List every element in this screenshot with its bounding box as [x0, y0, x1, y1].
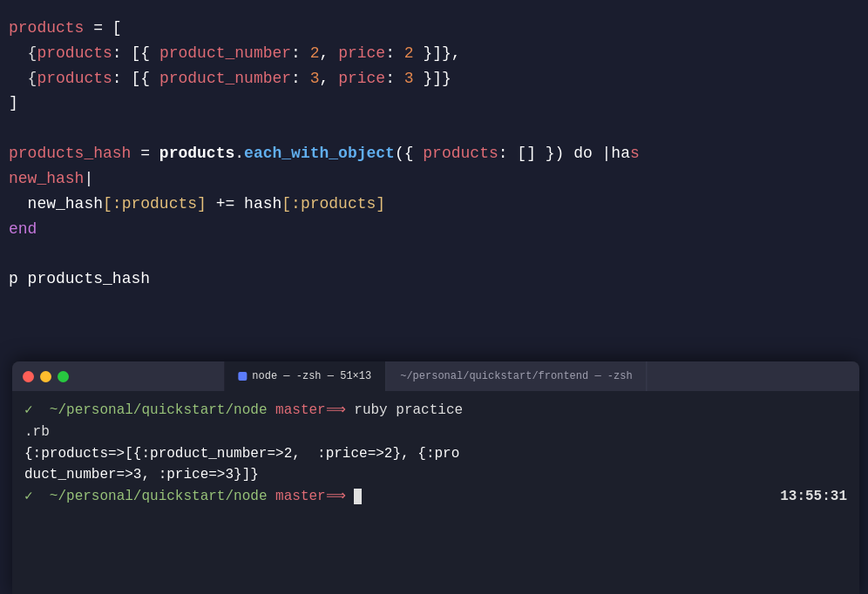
- code-line-5: products_hash = products.each_with_objec…: [9, 141, 868, 166]
- code-line-2: {products: [{ product_number: 2, price: …: [9, 41, 868, 66]
- timestamp: 13:55:31: [780, 486, 847, 508]
- code-line-6: new_hash|: [9, 166, 868, 192]
- terminal-line-5: ✓ ~/personal/quickstart/node master⟹ 13:…: [24, 486, 847, 508]
- terminal-tab-frontend-label: ~/personal/quickstart/frontend — -zsh: [400, 370, 632, 382]
- maximize-button[interactable]: [58, 371, 69, 382]
- minimize-button[interactable]: [40, 371, 51, 382]
- code-line-7: new_hash[:products] += hash[:products]: [9, 192, 868, 217]
- code-line-9: p products_hash: [9, 267, 868, 292]
- blank-line-2: [9, 241, 868, 267]
- terminal-line-1: ✓ ~/personal/quickstart/node master⟹ rub…: [24, 400, 847, 422]
- traffic-lights: [23, 371, 69, 382]
- code-editor: products = [ {products: [{ product_numbe…: [0, 0, 868, 361]
- terminal-window: node — -zsh — 51×13 ~/personal/quickstar…: [12, 361, 859, 594]
- terminal-cursor: [354, 489, 362, 504]
- terminal-tab-node[interactable]: node — -zsh — 51×13: [224, 361, 386, 391]
- terminal-line-3: {:products=>[{:product_number=>2, :price…: [24, 443, 847, 465]
- terminal-body: ✓ ~/personal/quickstart/node master⟹ rub…: [12, 391, 859, 594]
- close-button[interactable]: [23, 371, 34, 382]
- terminal-line-2: .rb: [24, 422, 847, 443]
- terminal-tabs: node — -zsh — 51×13 ~/personal/quickstar…: [224, 361, 647, 391]
- terminal-tab-frontend[interactable]: ~/personal/quickstart/frontend — -zsh: [386, 361, 647, 391]
- code-line-4: ]: [9, 91, 868, 116]
- code-line-1: products = [: [9, 16, 868, 41]
- terminal-line-4: duct_number=>3, :price=>3}]}: [24, 464, 847, 486]
- terminal-titlebar: node — -zsh — 51×13 ~/personal/quickstar…: [12, 361, 859, 391]
- blank-line-1: [9, 116, 868, 141]
- code-line-3: {products: [{ product_number: 3, price: …: [9, 66, 868, 91]
- tab-icon: [238, 372, 247, 381]
- code-line-8: end: [9, 217, 868, 242]
- terminal-tab-node-label: node — -zsh — 51×13: [252, 370, 371, 382]
